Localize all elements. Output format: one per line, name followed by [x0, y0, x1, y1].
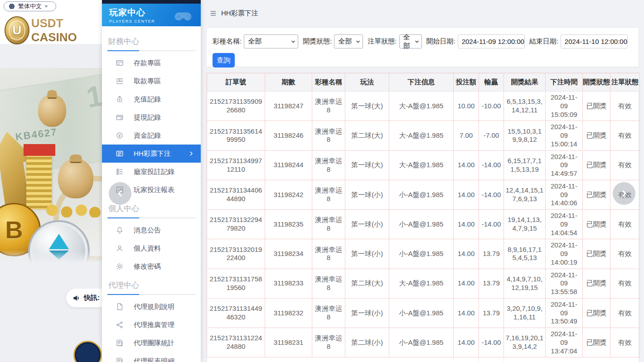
sidebar-item-profile[interactable]: 個人資料	[102, 239, 201, 257]
sidebar-item-room-bet-records[interactable]: 廳室投註記錄	[102, 163, 201, 181]
sidebar-item-label: 存款專區	[134, 59, 161, 68]
cell-order-id: 2152173113499712110	[207, 150, 265, 180]
news-ticker-label: 快訊:	[84, 294, 100, 302]
cell-order-id: 2152173113561499950	[207, 121, 265, 150]
section-heading: 代理中心	[102, 280, 201, 290]
summary-empty-cell	[504, 357, 640, 362]
sidebar-item-agent-report-details[interactable]: 代理報表明細	[102, 352, 201, 362]
order-status-select[interactable]: 全部	[399, 34, 422, 48]
carousel-prev-button[interactable]	[109, 182, 131, 205]
page-title: HH彩票下注	[221, 9, 258, 18]
table-row: 215217311356149995031198246澳洲幸运8第二球(大)大-…	[207, 121, 640, 150]
cell-lottery-name: 澳洲幸运8	[312, 121, 345, 150]
language-selector[interactable]: 繁体中文	[4, 1, 56, 11]
floating-badge-button[interactable]	[73, 341, 102, 362]
cell-bet-info: 大-A盤@1.985	[389, 121, 454, 150]
summary-label: 當前頁統計	[207, 357, 454, 362]
carousel-next-button[interactable]	[613, 182, 635, 205]
money-bag-icon	[116, 95, 124, 103]
sidebar-item-deposit-area[interactable]: 存款專區	[102, 54, 201, 72]
table-row: 215217311317581956031198233澳洲幸运8第二球(大)大-…	[207, 269, 640, 298]
share-icon	[116, 321, 124, 329]
cell-order-status: 有效	[610, 298, 640, 328]
bets-table: 訂單號期數彩種名稱玩法下注信息投注額輸贏開獎結果下注時間開獎狀態注單狀態 215…	[207, 73, 640, 362]
cell-order-status: 有效	[610, 328, 640, 357]
sidebar-item-label: HH彩票下注	[134, 150, 171, 158]
sidebar-item-label: 修改密碼	[134, 262, 161, 271]
sidebar-item-funds-records[interactable]: 資金記錄	[102, 126, 201, 145]
cell-order-id: 2152173113144946320	[207, 298, 265, 328]
news-ticker[interactable]: 快訊:	[66, 289, 102, 307]
start-date-label: 開始日期:	[426, 37, 455, 46]
sidebar-item-recharge-records[interactable]: 充值記錄	[102, 90, 201, 108]
sidebar-item-change-password[interactable]: 修改密碼	[102, 257, 201, 275]
cell-play-type: 第一球(大)	[345, 92, 389, 121]
cell-win-loss: -10.00	[479, 92, 504, 121]
table-row: 215217311314494632031198232澳洲幸运8第一球(小)小-…	[207, 298, 640, 328]
money-bag-graphic	[38, 94, 66, 127]
cell-order-status: 有效	[610, 269, 640, 298]
sidebar-item-agent-promotion[interactable]: 代理推廣管理	[102, 316, 201, 334]
table-row: 215217311349971211031198244澳洲幸运8第一球(大)大-…	[207, 150, 640, 180]
red-bow-graphic	[24, 144, 55, 156]
search-button[interactable]: 查詢	[213, 53, 235, 68]
cell-lottery-name: 澳洲幸运8	[312, 328, 345, 357]
cell-draw-result: 15,5,10,3,19,9,8,12	[504, 121, 546, 150]
cell-draw-status: 已開獎	[583, 121, 610, 150]
money-bag-graphic	[58, 159, 93, 198]
cell-bet-time: 2024-11-09 15:05:09	[546, 92, 583, 121]
chevron-right-icon	[188, 150, 194, 157]
sidebar-item-label: 廳室投註記錄	[134, 168, 174, 176]
chevron-down-icon	[44, 5, 48, 8]
cell-bet-time: 2024-11-09 15:00:14	[546, 121, 583, 150]
promo-illustration: 10 KB4627 B ETHEREUM	[0, 68, 102, 263]
cell-bet-amount: 14.00	[454, 180, 479, 209]
draw-status-select[interactable]: 全部	[334, 34, 363, 48]
sidebar-item-hh-lottery-bets[interactable]: HH彩票下注	[102, 145, 201, 163]
cell-play-type: 第一球(小)	[345, 239, 389, 269]
cell-play-type: 第一球(小)	[345, 210, 389, 239]
hamburger-menu-icon[interactable]	[209, 10, 217, 17]
summary-bet-total: 115.00	[454, 357, 479, 362]
lottery-name-select[interactable]: 全部	[244, 34, 298, 48]
bets-table-card: 訂單號期數彩種名稱玩法下注信息投注額輸贏開獎結果下注時間開獎狀態注單狀態 215…	[206, 72, 639, 362]
sidebar-item-agent-rules[interactable]: 代理規則說明	[102, 298, 201, 316]
cell-bet-time: 2024-11-09 13:47:04	[546, 328, 583, 357]
cell-win-loss: 13.79	[479, 269, 504, 298]
cell-draw-result: 8,9,16,17,15,4,5,13	[504, 239, 546, 269]
cell-order-id: 2152173113590926680	[207, 92, 265, 121]
sidebar-item-messages[interactable]: 消息公告	[102, 221, 201, 239]
cell-bet-info: 小-A盤@1.985	[389, 298, 454, 328]
sidebar-item-withdraw-area[interactable]: 取款專區	[102, 72, 201, 90]
cell-lottery-name: 澳洲幸运8	[312, 210, 345, 239]
report-icon	[116, 339, 124, 347]
cell-lottery-name: 澳洲幸运8	[312, 298, 345, 328]
sidebar-item-label: 代理規則說明	[134, 303, 174, 311]
coin-icon	[116, 131, 124, 140]
column-header-play-type: 玩法	[345, 73, 389, 92]
cell-win-loss: 13.79	[479, 298, 504, 328]
cell-period: 31198242	[265, 180, 312, 209]
sidebar-item-withdrawal-records[interactable]: 提現記錄	[102, 108, 201, 126]
cell-period: 31198244	[265, 150, 312, 180]
cell-draw-result: 4,14,9,7,10,12,19,15	[504, 269, 546, 298]
cell-bet-amount: 14.00	[454, 239, 479, 269]
gear-icon	[116, 262, 124, 270]
cell-win-loss: -14.00	[479, 210, 504, 239]
chevron-down-icon	[355, 39, 361, 44]
brand-logo[interactable]: U CASINO USDT CASINO	[5, 16, 102, 44]
cell-play-type: 第一球(大)	[345, 150, 389, 180]
cell-period: 31198232	[265, 298, 312, 328]
cell-bet-amount: 14.00	[454, 328, 479, 357]
table-row: 215217311320192240031198234澳洲幸运8第一球(小)小-…	[207, 239, 640, 269]
cell-draw-status: 已開獎	[583, 328, 610, 357]
lottery-name-label: 彩種名稱:	[213, 37, 242, 46]
speaker-icon	[72, 294, 81, 303]
end-date-input[interactable]: 2024-11-10 12:00:00	[561, 34, 628, 48]
start-date-input[interactable]: 2024-11-09 12:00:00	[458, 34, 525, 48]
sidebar-header: 玩家中心 PLAYERS CENTER	[102, 4, 201, 26]
sidebar-item-agent-team-stats[interactable]: 代理團隊統計	[102, 334, 201, 352]
cell-period: 31198233	[265, 269, 312, 298]
cell-lottery-name: 澳洲幸运8	[312, 269, 345, 298]
cell-play-type: 第二球(大)	[345, 269, 389, 298]
